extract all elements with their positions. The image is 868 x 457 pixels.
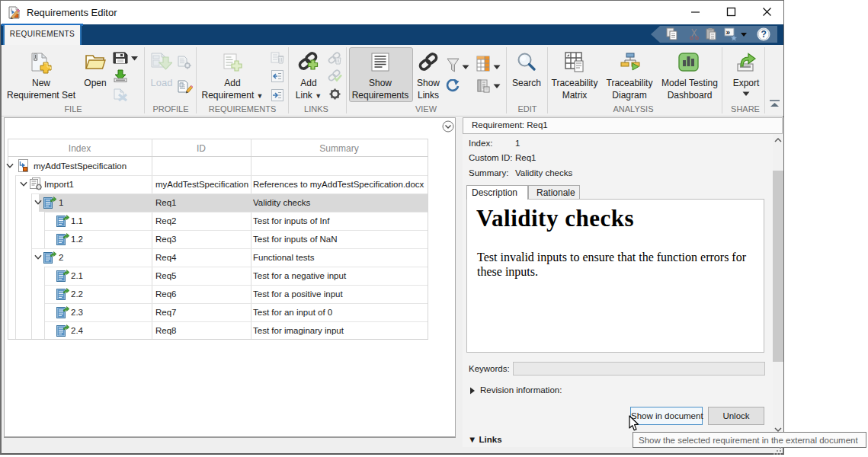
svg-text:?: ? — [761, 29, 767, 40]
svg-text:»: » — [726, 28, 731, 37]
